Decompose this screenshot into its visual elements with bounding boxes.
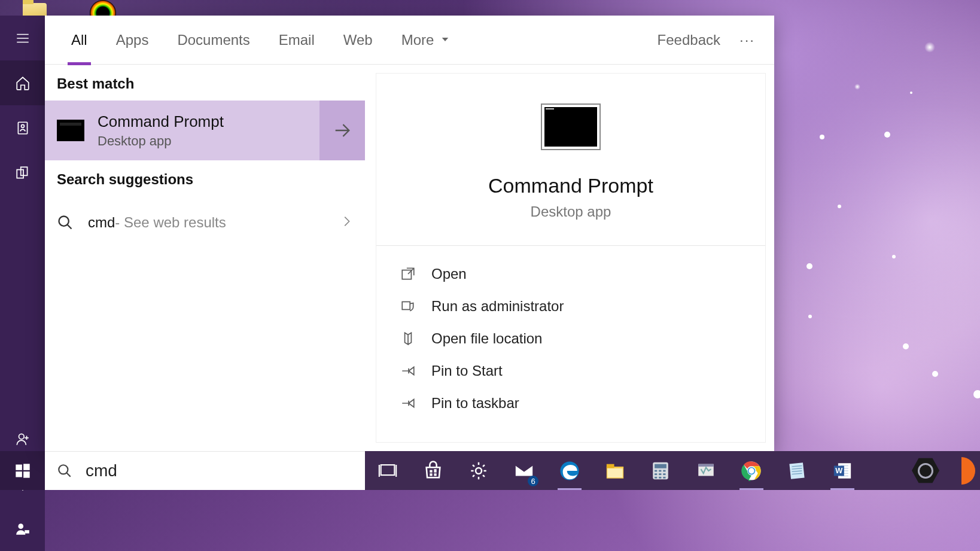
notebook-button[interactable] <box>0 105 45 150</box>
svg-point-4 <box>19 434 24 439</box>
action-pin-start[interactable]: Pin to Start <box>400 355 741 387</box>
best-match-label: Best match <box>45 65 365 101</box>
best-match-item[interactable]: Command Prompt Desktop app <box>45 101 365 160</box>
svg-point-15 <box>59 465 68 474</box>
feedback-link[interactable]: Feedback <box>646 32 732 48</box>
action-pintask-label: Pin to taskbar <box>431 395 519 412</box>
tab-email[interactable]: Email <box>264 16 329 65</box>
action-open-location[interactable]: Open file location <box>400 322 741 355</box>
svg-rect-17 <box>430 470 432 472</box>
filter-tabs: All Apps Documents Email Web More Feedba… <box>45 16 774 65</box>
windows-settings-button[interactable] <box>462 451 495 490</box>
best-match-expand-button[interactable] <box>319 101 365 160</box>
notepad-button[interactable] <box>780 451 814 490</box>
shield-icon <box>400 299 416 314</box>
suggestion-term: cmd <box>88 214 115 231</box>
svg-rect-2 <box>17 169 23 178</box>
best-match-subtitle: Desktop app <box>98 133 319 149</box>
origin-button[interactable] <box>948 457 975 485</box>
svg-point-41 <box>748 468 754 473</box>
svg-text:W: W <box>835 466 843 475</box>
start-button[interactable] <box>0 451 45 490</box>
open-icon <box>400 266 416 282</box>
home-button[interactable] <box>0 60 45 105</box>
paint-button[interactable] <box>689 451 723 490</box>
svg-rect-11 <box>23 471 29 478</box>
taskbar-search-box[interactable] <box>45 451 365 490</box>
results-column: Best match Command Prompt Desktop app Se… <box>45 65 365 451</box>
svg-rect-34 <box>655 476 657 478</box>
calculator-button[interactable] <box>644 451 677 490</box>
preview-app-icon <box>541 103 601 150</box>
tab-documents[interactable]: Documents <box>163 16 264 65</box>
svg-rect-29 <box>659 470 661 471</box>
svg-point-12 <box>59 217 69 226</box>
mail-badge: 6 <box>528 476 538 486</box>
pin-icon <box>400 363 416 379</box>
explorer-button[interactable] <box>598 451 632 490</box>
preview-actions: Open Run as administrator Open file loca… <box>376 258 765 419</box>
chevron-right-icon <box>340 215 353 230</box>
store-button[interactable] <box>416 451 450 490</box>
steam-button[interactable] <box>912 457 939 485</box>
taskbar-right <box>871 451 980 490</box>
svg-rect-35 <box>659 476 661 478</box>
svg-point-1 <box>21 124 24 127</box>
svg-rect-31 <box>655 473 657 475</box>
divider <box>376 245 765 246</box>
svg-rect-10 <box>16 471 22 477</box>
preview-title: Command Prompt <box>488 174 653 197</box>
svg-rect-25 <box>607 468 623 477</box>
action-admin-label: Run as administrator <box>431 298 564 315</box>
edge-button[interactable] <box>553 451 586 490</box>
suggestions-label: Search suggestions <box>45 160 365 196</box>
svg-point-6 <box>18 523 23 529</box>
svg-rect-18 <box>434 469 436 473</box>
taskbar: 6 W <box>365 451 871 490</box>
search-icon <box>57 463 72 479</box>
tab-all[interactable]: All <box>57 16 102 65</box>
action-pin-taskbar[interactable]: Pin to taskbar <box>400 387 741 419</box>
action-loc-label: Open file location <box>431 330 542 347</box>
svg-rect-32 <box>659 473 661 475</box>
tab-apps[interactable]: Apps <box>102 16 163 65</box>
svg-point-21 <box>476 468 482 474</box>
chrome-button[interactable] <box>735 451 768 490</box>
best-match-title: Command Prompt <box>98 112 319 131</box>
word-button[interactable]: W <box>826 451 859 490</box>
preview-pane: Command Prompt Desktop app Open Run as a… <box>376 73 766 443</box>
svg-rect-33 <box>663 473 665 475</box>
svg-rect-36 <box>663 476 665 478</box>
suggestion-web-cmd[interactable]: cmd - See web results <box>45 196 365 249</box>
svg-rect-27 <box>655 464 666 468</box>
overflow-menu-button[interactable]: ··· <box>732 32 762 48</box>
action-open[interactable]: Open <box>400 258 741 290</box>
preview-subtitle: Desktop app <box>531 203 611 220</box>
suggestion-rest: - See web results <box>115 214 226 231</box>
svg-rect-38 <box>698 464 714 466</box>
tab-more-label: More <box>401 32 434 48</box>
search-icon <box>57 214 74 231</box>
mail-button[interactable]: 6 <box>507 451 541 490</box>
profile-button[interactable] <box>0 506 45 551</box>
svg-rect-30 <box>663 470 665 471</box>
cmd-tile-icon <box>57 120 84 141</box>
svg-rect-19 <box>430 473 432 476</box>
collections-button[interactable] <box>0 150 45 195</box>
svg-rect-16 <box>381 465 395 475</box>
pin-taskbar-icon <box>400 395 416 411</box>
hamburger-button[interactable] <box>0 16 45 60</box>
svg-rect-7 <box>25 530 29 533</box>
tab-web[interactable]: Web <box>329 16 387 65</box>
search-panel: All Apps Documents Email Web More Feedba… <box>45 16 774 451</box>
action-pinstart-label: Pin to Start <box>431 363 503 379</box>
taskview-button[interactable] <box>371 451 404 490</box>
svg-rect-24 <box>607 464 614 468</box>
action-open-label: Open <box>431 266 467 282</box>
svg-rect-8 <box>16 464 22 470</box>
search-input[interactable] <box>86 461 353 480</box>
action-run-admin[interactable]: Run as administrator <box>400 290 741 322</box>
svg-rect-9 <box>23 464 29 470</box>
svg-rect-3 <box>20 167 27 175</box>
tab-more[interactable]: More <box>387 16 465 65</box>
